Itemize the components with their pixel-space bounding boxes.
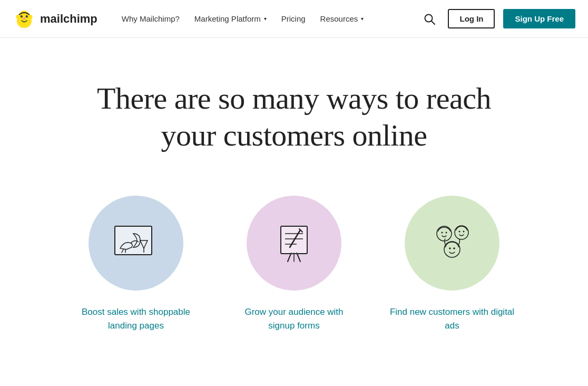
search-button[interactable] (419, 9, 439, 29)
svg-point-3 (29, 15, 33, 19)
digital-ads-illustration (420, 211, 484, 275)
card-label-signup-forms: Grow your audience with signup forms (231, 305, 357, 332)
nav-why-mailchimp[interactable]: Why Mailchimp? (114, 0, 187, 38)
card-landing-pages: Boost sales with shoppable landing pages (73, 196, 199, 332)
svg-point-30 (449, 247, 451, 249)
svg-point-4 (21, 15, 23, 17)
brand-name: mailchimp (40, 12, 97, 26)
svg-point-31 (453, 247, 455, 249)
svg-point-2 (16, 15, 20, 19)
svg-point-26 (455, 226, 468, 239)
main-nav: mailchimp Why Mailchimp? Marketing Platf… (0, 0, 588, 38)
card-circle-landing-pages (89, 196, 183, 291)
card-label-landing-pages: Boost sales with shoppable landing pages (73, 305, 199, 332)
svg-point-27 (459, 231, 460, 233)
card-circle-signup-forms (247, 196, 341, 291)
chevron-down-icon: ▾ (361, 16, 364, 22)
svg-point-8 (23, 17, 26, 20)
logo-link[interactable]: mailchimp (13, 7, 97, 31)
signup-forms-illustration (262, 211, 326, 275)
chevron-down-icon: ▾ (264, 16, 267, 22)
svg-line-10 (432, 21, 435, 24)
card-label-digital-ads: Find new customers with digital ads (389, 305, 515, 332)
nav-links: Why Mailchimp? Marketing Platform ▾ Pric… (114, 0, 420, 38)
svg-point-25 (446, 232, 447, 234)
svg-point-23 (437, 226, 452, 241)
mailchimp-logo-icon (13, 7, 36, 31)
search-icon (424, 13, 435, 25)
nav-actions: Log In Sign Up Free (419, 9, 575, 29)
signup-button[interactable]: Sign Up Free (503, 9, 575, 28)
svg-point-7 (27, 15, 28, 16)
card-digital-ads: Find new customers with digital ads (389, 196, 515, 332)
hero-headline: There are so many ways to reach your cus… (70, 80, 518, 153)
nav-resources[interactable]: Resources ▾ (313, 0, 371, 38)
svg-point-29 (444, 242, 460, 257)
svg-point-5 (26, 15, 28, 17)
nav-marketing-platform[interactable]: Marketing Platform ▾ (187, 0, 274, 38)
card-circle-digital-ads (405, 196, 499, 291)
svg-point-28 (463, 231, 465, 233)
svg-point-24 (442, 232, 443, 234)
card-signup-forms: Grow your audience with signup forms (231, 196, 357, 332)
nav-pricing[interactable]: Pricing (274, 0, 313, 38)
hero-section: There are so many ways to reach your cus… (57, 38, 531, 185)
svg-point-6 (22, 15, 23, 16)
feature-cards: Boost sales with shoppable landing pages (0, 185, 588, 364)
login-button[interactable]: Log In (448, 9, 495, 28)
landing-pages-illustration (104, 211, 168, 275)
